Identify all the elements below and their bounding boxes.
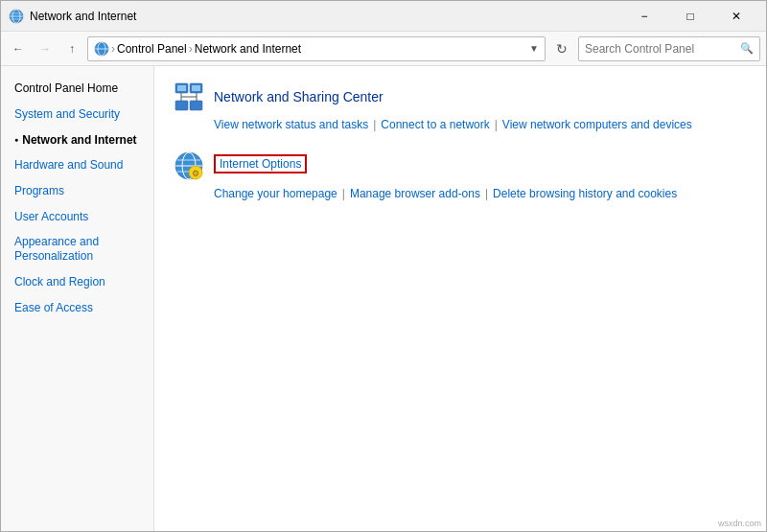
sidebar: Control Panel Home System and Security N…	[1, 66, 154, 532]
sidebar-item-hardware-and-sound[interactable]: Hardware and Sound	[1, 152, 153, 178]
search-input[interactable]	[585, 42, 740, 56]
internet-options-icon: ⚙	[174, 150, 204, 181]
main-layout: Control Panel Home System and Security N…	[1, 66, 766, 532]
sidebar-item-network-and-internet: Network and Internet	[1, 127, 153, 153]
title-bar: Network and Internet − □ ✕	[1, 1, 766, 32]
sidebar-item-clock-and-region[interactable]: Clock and Region	[1, 269, 153, 295]
sidebar-item-control-panel-home[interactable]: Control Panel Home	[1, 76, 153, 102]
path-separator-1: ›	[111, 42, 115, 56]
svg-rect-10	[175, 101, 188, 110]
back-button[interactable]: ←	[7, 37, 30, 60]
view-network-status-link[interactable]: View network status and tasks	[214, 118, 368, 131]
network-sharing-title[interactable]: Network and Sharing Center	[214, 89, 384, 104]
internet-options-title-row: Internet Options	[214, 154, 307, 173]
connect-to-network-link[interactable]: Connect to a network	[381, 118, 489, 131]
svg-text:⚙: ⚙	[192, 169, 199, 178]
forward-button[interactable]: →	[34, 37, 57, 60]
manage-addons-link[interactable]: Manage browser add-ons	[350, 187, 480, 200]
path-current[interactable]: Network and Internet	[195, 42, 301, 56]
address-path[interactable]: › Control Panel › Network and Internet ▼	[87, 36, 546, 61]
refresh-button[interactable]: ↻	[549, 36, 574, 61]
internet-options-section: ⚙ Internet Options Change your homepage …	[174, 150, 747, 200]
maximize-button[interactable]: □	[668, 1, 712, 32]
window-title: Network and Internet	[30, 10, 136, 23]
sidebar-item-ease-of-access[interactable]: Ease of Access	[1, 295, 153, 321]
internet-options-links: Change your homepage | Manage browser ad…	[214, 187, 747, 200]
title-bar-left: Network and Internet	[9, 9, 136, 24]
link-separator-4: |	[485, 187, 488, 200]
watermark: wsxdn.com	[718, 519, 761, 528]
path-dropdown-icon[interactable]: ▼	[529, 43, 539, 54]
window-icon	[9, 9, 24, 24]
link-separator-3: |	[342, 187, 345, 200]
sidebar-item-programs[interactable]: Programs	[1, 178, 153, 204]
close-button[interactable]: ✕	[714, 1, 758, 32]
section-header-internet: ⚙ Internet Options	[174, 150, 747, 181]
network-sharing-icon	[174, 81, 204, 112]
svg-rect-12	[177, 85, 186, 91]
svg-rect-11	[190, 101, 202, 110]
search-box[interactable]: 🔍	[578, 36, 760, 61]
internet-options-title[interactable]: Internet Options	[214, 154, 307, 173]
search-icon: 🔍	[740, 42, 754, 55]
up-button[interactable]: ↑	[60, 37, 83, 60]
link-separator-1: |	[373, 118, 376, 131]
network-sharing-center-section: Network and Sharing Center View network …	[174, 81, 747, 131]
delete-browsing-history-link[interactable]: Delete browsing history and cookies	[493, 187, 677, 200]
window-controls: − □ ✕	[622, 1, 758, 32]
path-icon	[94, 41, 109, 57]
svg-rect-13	[192, 85, 200, 91]
link-separator-2: |	[495, 118, 498, 131]
content-area: Network and Sharing Center View network …	[154, 66, 766, 532]
sidebar-item-system-and-security[interactable]: System and Security	[1, 102, 153, 127]
sidebar-item-appearance-and-personalization[interactable]: Appearance and Personalization	[1, 230, 153, 269]
address-bar: ← → ↑ › Control Panel › Network and Inte…	[1, 32, 766, 66]
change-homepage-link[interactable]: Change your homepage	[214, 187, 337, 200]
view-network-computers-link[interactable]: View network computers and devices	[502, 118, 692, 131]
sidebar-item-user-accounts[interactable]: User Accounts	[1, 204, 153, 230]
path-control-panel[interactable]: Control Panel	[117, 42, 187, 56]
network-sharing-links: View network status and tasks | Connect …	[214, 118, 747, 131]
minimize-button[interactable]: −	[622, 1, 666, 32]
section-header-network: Network and Sharing Center	[174, 81, 747, 112]
path-separator-2: ›	[189, 42, 193, 56]
